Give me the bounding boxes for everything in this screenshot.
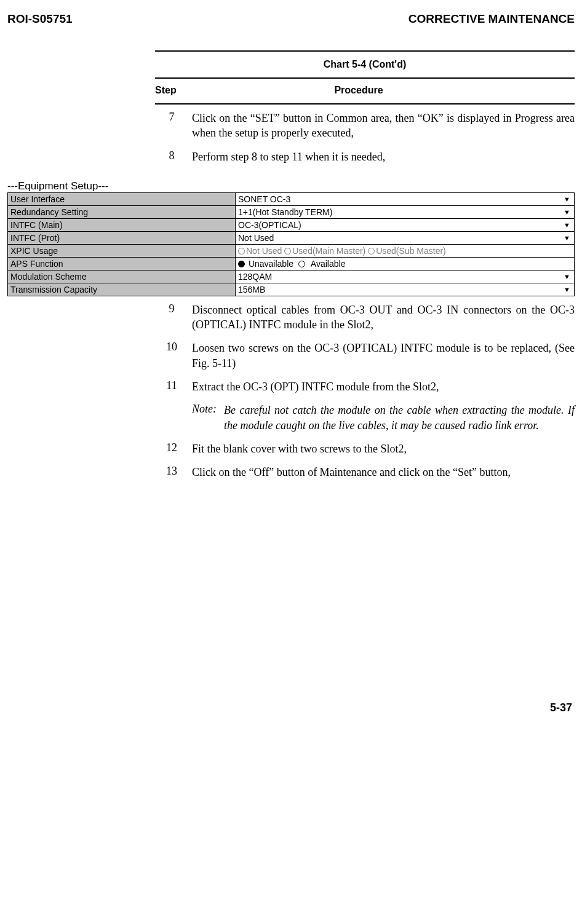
- label-cell: APS Function: [8, 257, 236, 270]
- doc-id: ROI-S05751: [7, 12, 73, 26]
- value-text: OC-3(OPTICAL): [238, 220, 301, 230]
- value-text: 156MB: [238, 285, 265, 294]
- step-text: Loosen two screws on the OC-3 (OPTICAL) …: [192, 341, 575, 371]
- row-redundancy: Redundancy Setting 1+1(Hot Standby TERM)…: [8, 205, 575, 218]
- step-number: 8: [155, 149, 192, 164]
- step-10: 10 Loosen two screws on the OC-3 (OPTICA…: [155, 341, 575, 371]
- radio-label: Unavailable: [249, 259, 293, 269]
- chart-heading-block: Chart 5-4 (Cont'd) Step Procedure 7 Clic…: [155, 50, 575, 164]
- step-11-note: Note: Be careful not catch the module on…: [192, 403, 575, 433]
- row-aps-function: APS Function Unavailable Available: [8, 257, 575, 270]
- radio-label: Not Used: [246, 246, 282, 256]
- radio-selected-icon[interactable]: [238, 261, 245, 267]
- row-modulation: Modulation Scheme 128QAM ▼: [8, 270, 575, 283]
- user-interface-select[interactable]: SONET OC-3 ▼: [236, 192, 575, 205]
- step-number: 9: [155, 302, 192, 333]
- step-text: Fit the blank cover with two screws to t…: [192, 441, 575, 456]
- step-number: 10: [155, 341, 192, 371]
- row-intfc-main: INTFC (Main) OC-3(OPTICAL) ▼: [8, 218, 575, 231]
- capacity-select[interactable]: 156MB ▼: [236, 283, 575, 296]
- rule-top: [155, 50, 575, 52]
- chevron-down-icon: ▼: [564, 234, 570, 242]
- label-cell: INTFC (Main): [8, 218, 236, 231]
- label-cell: INTFC (Prot): [8, 231, 236, 244]
- step-text: Perform step 8 to step 11 when it is nee…: [192, 149, 575, 164]
- header-procedure: Procedure: [192, 85, 575, 96]
- label-cell: Redundancy Setting: [8, 205, 236, 218]
- label-cell: XPIC Usage: [8, 244, 236, 257]
- note-label: Note:: [192, 403, 224, 433]
- step-9: 9 Disconnect optical cables from OC-3 OU…: [155, 302, 575, 333]
- label-cell: User Interface: [8, 192, 236, 205]
- radio-icon: [238, 248, 245, 255]
- value-text: 128QAM: [238, 272, 272, 282]
- step-text: Extract the OC-3 (OPT) INTFC module from…: [192, 379, 575, 394]
- section-title: CORRECTIVE MAINTENANCE: [409, 12, 575, 26]
- column-headers: Step Procedure: [155, 82, 575, 100]
- chart-caption: Chart 5-4 (Cont'd): [155, 55, 575, 74]
- step-text: Click on the “SET” button in Common area…: [192, 111, 575, 141]
- radio-label: Available: [311, 259, 346, 269]
- chevron-down-icon: ▼: [564, 195, 570, 203]
- radio-icon: [284, 248, 291, 255]
- value-text: 1+1(Hot Standby TERM): [238, 207, 332, 217]
- intfc-prot-select[interactable]: Not Used ▼: [236, 231, 575, 244]
- step-text: Click on the “Off” button of Maintenance…: [192, 465, 575, 480]
- chevron-down-icon: ▼: [564, 208, 570, 216]
- row-intfc-prot: INTFC (Prot) Not Used ▼: [8, 231, 575, 244]
- radio-icon[interactable]: [298, 261, 305, 267]
- step-7: 7 Click on the “SET” button in Common ar…: [155, 111, 575, 141]
- page-header: ROI-S05751 CORRECTIVE MAINTENANCE: [7, 12, 575, 26]
- page-number: 5-37: [7, 701, 575, 714]
- equipment-setup-heading: ---Equipment Setup---: [7, 180, 575, 192]
- radio-icon: [368, 248, 375, 255]
- step-number: 12: [155, 441, 192, 456]
- step-number: 7: [155, 111, 192, 141]
- row-capacity: Transmission Capacity 156MB ▼: [8, 283, 575, 296]
- step-11: 11 Extract the OC-3 (OPT) INTFC module f…: [155, 379, 575, 394]
- chevron-down-icon: ▼: [564, 273, 570, 280]
- redundancy-select[interactable]: 1+1(Hot Standby TERM) ▼: [236, 205, 575, 218]
- step-13: 13 Click on the “Off” button of Maintena…: [155, 465, 575, 480]
- step-text: Disconnect optical cables from OC-3 OUT …: [192, 302, 575, 333]
- rule-mid1: [155, 77, 575, 79]
- steps-continued: 9 Disconnect optical cables from OC-3 OU…: [155, 302, 575, 480]
- radio-label: Used(Sub Master): [376, 246, 446, 256]
- chevron-down-icon: ▼: [564, 286, 570, 293]
- xpic-usage-radios: Not Used Used(Main Master) Used(Sub Mast…: [236, 244, 575, 257]
- equipment-setup-table: User Interface SONET OC-3 ▼ Redundancy S…: [7, 192, 575, 296]
- row-xpic-usage: XPIC Usage Not Used Used(Main Master) Us…: [8, 244, 575, 257]
- label-cell: Modulation Scheme: [8, 270, 236, 283]
- value-text: SONET OC-3: [238, 194, 290, 204]
- chevron-down-icon: ▼: [564, 221, 570, 229]
- modulation-select[interactable]: 128QAM ▼: [236, 270, 575, 283]
- note-text: Be careful not catch the module on the c…: [224, 403, 575, 433]
- value-text: Not Used: [238, 233, 274, 243]
- aps-function-radios[interactable]: Unavailable Available: [236, 257, 575, 270]
- step-number: 13: [155, 465, 192, 480]
- step-12: 12 Fit the blank cover with two screws t…: [155, 441, 575, 456]
- row-user-interface: User Interface SONET OC-3 ▼: [8, 192, 575, 205]
- radio-label: Used(Main Master): [292, 246, 365, 256]
- step-8: 8 Perform step 8 to step 11 when it is n…: [155, 149, 575, 164]
- rule-mid2: [155, 103, 575, 105]
- intfc-main-select[interactable]: OC-3(OPTICAL) ▼: [236, 218, 575, 231]
- label-cell: Transmission Capacity: [8, 283, 236, 296]
- step-number: 11: [155, 379, 192, 394]
- header-step: Step: [155, 85, 192, 96]
